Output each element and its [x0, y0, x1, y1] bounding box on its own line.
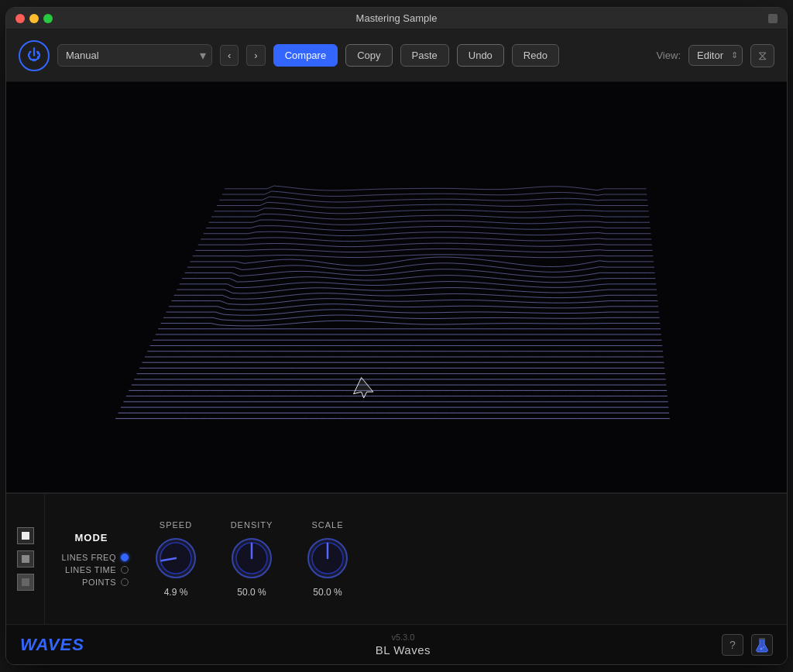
mode-row-2: LINES TIME [54, 565, 129, 574]
preset-dropdown[interactable]: Manual [57, 44, 212, 67]
window-control[interactable] [768, 14, 778, 23]
scale-knob-value: 50.0 % [313, 587, 342, 598]
plugin-name: BL Waves [376, 643, 431, 657]
speed-knob-value: 4.9 % [164, 587, 188, 598]
mode-title: MODE [54, 532, 129, 543]
link-button[interactable]: ⧖ [750, 44, 774, 67]
mode-label-2: LINES TIME [65, 565, 116, 574]
left-column [6, 494, 45, 624]
speed-knob-section: SPEED 4.9 % [138, 494, 214, 624]
window-title: Mastering Sample [356, 12, 438, 24]
mode-radio-3[interactable] [121, 578, 129, 586]
help-button[interactable]: ? [722, 634, 743, 656]
density-knob[interactable] [229, 536, 274, 581]
version-text: v5.3.0 [391, 633, 414, 642]
toolbar: ⏻ Manual ‹ › Compare Copy Paste Undo Red… [6, 29, 787, 82]
scale-knob-section: SCALE 50.0 % [290, 494, 366, 624]
svg-rect-9 [759, 638, 765, 639]
waves-logo: WAVES [20, 635, 84, 655]
footer-right: ? [722, 634, 773, 656]
svg-point-10 [760, 647, 762, 650]
preset-selector-wrapper: Manual [57, 44, 212, 67]
control-panel: MODE LINES FREQ LINES TIME POINTS SPEED [6, 492, 787, 624]
power-button[interactable]: ⏻ [19, 40, 50, 71]
nav-forward-button[interactable]: › [246, 45, 265, 66]
close-button[interactable] [15, 14, 25, 23]
view-selector-wrapper: Editor [688, 45, 743, 66]
density-knob-section: DENSITY 50.0 % [214, 494, 290, 624]
scale-knob[interactable] [305, 536, 350, 581]
compare-button[interactable]: Compare [273, 44, 338, 67]
title-bar: Mastering Sample [6, 8, 787, 29]
footer: WAVES v5.3.0 BL Waves ? [6, 624, 787, 664]
undo-button[interactable]: Undo [457, 44, 504, 67]
view-dropdown[interactable]: Editor [688, 45, 743, 66]
power-icon: ⏻ [27, 47, 41, 63]
traffic-lights [15, 14, 53, 23]
minimize-button[interactable] [29, 14, 39, 23]
link-icon: ⧖ [758, 49, 767, 62]
paste-button[interactable]: Paste [400, 44, 449, 67]
copy-button[interactable]: Copy [345, 44, 392, 67]
sq-btn-2[interactable] [17, 550, 34, 567]
density-knob-label: DENSITY [231, 520, 273, 530]
main-window: Mastering Sample ⏻ Manual ‹ › Compare Co… [5, 7, 788, 665]
sq-btn-3[interactable] [17, 574, 34, 591]
speed-knob[interactable] [153, 536, 198, 581]
mode-row-3: POINTS [54, 578, 129, 587]
flask-icon [755, 637, 769, 653]
mode-radio-1[interactable] [121, 554, 129, 561]
svg-point-11 [763, 646, 764, 648]
footer-center: v5.3.0 BL Waves [376, 633, 431, 657]
mode-label-1: LINES FREQ [62, 553, 116, 562]
speed-knob-label: SPEED [160, 520, 192, 530]
nav-back-button[interactable]: ‹ [220, 45, 239, 66]
help-icon: ? [729, 639, 736, 651]
maximize-button[interactable] [43, 14, 53, 23]
flask-button[interactable] [751, 634, 773, 656]
visualizer[interactable] [6, 82, 787, 492]
view-label: View: [656, 50, 681, 61]
wave-display [6, 82, 787, 492]
mode-section: MODE LINES FREQ LINES TIME POINTS [45, 494, 138, 624]
redo-button[interactable]: Redo [512, 44, 559, 67]
sq-btn-1[interactable] [17, 527, 34, 544]
mode-label-3: POINTS [82, 578, 116, 587]
title-bar-right [768, 14, 778, 23]
density-knob-value: 50.0 % [237, 587, 266, 598]
mode-radio-2[interactable] [121, 566, 129, 574]
scale-knob-label: SCALE [311, 520, 343, 530]
mode-row-1: LINES FREQ [54, 553, 129, 562]
